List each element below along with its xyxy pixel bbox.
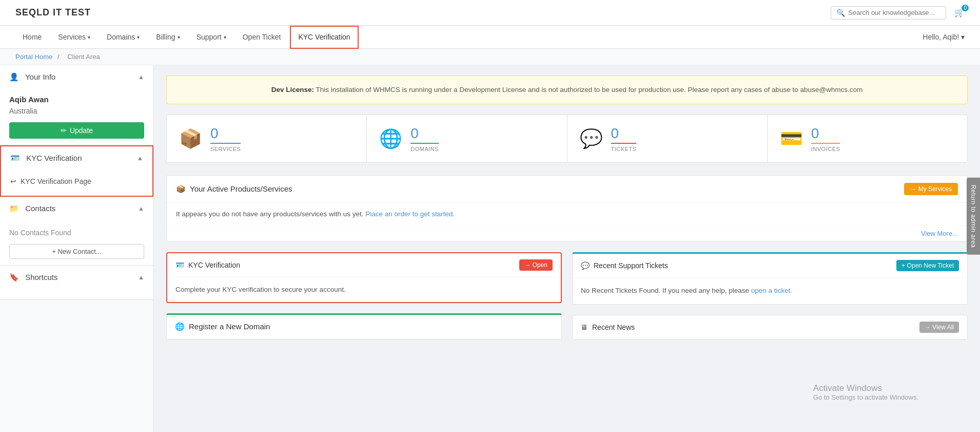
user-name: Aqib Awan: [9, 95, 144, 104]
nav-domains-arrow: ▾: [137, 34, 140, 40]
stats-row: 📦 0 SERVICES 🌐 0 DOMAINS 💬 0 TICKETS: [166, 115, 968, 163]
dev-notice-text: This installation of WHMCS is running un…: [316, 86, 863, 93]
recent-news-title: 🖥 Recent News: [581, 323, 635, 331]
place-order-link[interactable]: Place an order to get started.: [365, 210, 455, 218]
sidebar-contacts-title: Contacts: [25, 204, 55, 213]
stat-services[interactable]: 📦 0 SERVICES: [167, 115, 367, 162]
tickets-count: 0: [611, 125, 637, 142]
support-tickets-card: 💬 Recent Support Tickets + Open New Tick…: [572, 252, 968, 305]
tickets-label: TICKETS: [611, 143, 637, 152]
nav-billing[interactable]: Billing ▾: [149, 26, 187, 49]
domains-label: DOMAINS: [410, 143, 439, 152]
nav: Home Services ▾ Domains ▾ Billing ▾ Supp…: [0, 26, 980, 49]
no-products-text: It appears you do not have any products/…: [176, 210, 363, 218]
kyc-sub-icon: ↩: [10, 177, 16, 185]
breadcrumb-current: Client Area: [67, 53, 100, 61]
edit-icon: ✏: [61, 126, 67, 135]
stat-tickets[interactable]: 💬 0 TICKETS: [567, 115, 768, 162]
search-icon: 🔍: [836, 9, 845, 17]
breadcrumb: Portal Home / Client Area: [0, 49, 980, 65]
register-domain-title: Register a New Domain: [189, 322, 270, 331]
kyc-verification-page-link[interactable]: ↩ KYC Verification Page: [10, 174, 143, 189]
kyc-card-body: Complete your KYC verification to secure…: [167, 277, 561, 302]
shortcuts-chevron: ▲: [138, 274, 144, 281]
main-layout: 👤 Your Info ▲ Aqib Awan Australia ✏ Upda…: [0, 65, 980, 432]
cart-badge: 0: [962, 5, 969, 11]
search-input[interactable]: [848, 9, 940, 16]
tickets-col: 💬 Recent Support Tickets + Open New Tick…: [572, 252, 968, 350]
sidebar-kyc-title: KYC Verification: [26, 154, 82, 162]
new-contact-button[interactable]: + New Contact...: [9, 244, 144, 259]
support-tickets-header: 💬 Recent Support Tickets + Open New Tick…: [573, 254, 967, 278]
register-domain-icon: 🌐: [175, 322, 185, 331]
recent-news-card: 🖥 Recent News → View All: [572, 315, 968, 340]
sidebar-shortcuts-header[interactable]: 🔖 Shortcuts ▲: [0, 266, 153, 289]
sidebar-shortcuts-body: [0, 289, 153, 299]
invoices-count: 0: [811, 125, 840, 142]
nav-support-arrow: ▾: [224, 34, 226, 40]
stat-invoices[interactable]: 💳 0 INVOICES: [768, 115, 967, 162]
nav-support[interactable]: Support ▾: [189, 26, 233, 49]
nav-home[interactable]: Home: [15, 26, 49, 49]
view-all-news-button[interactable]: → View All: [919, 322, 959, 333]
my-services-button[interactable]: → My Services: [904, 183, 958, 195]
kyc-verification-card: 🪪 KYC Verification → Open Complete your …: [166, 252, 562, 303]
open-new-ticket-button[interactable]: + Open New Ticket: [896, 260, 959, 271]
active-products-body: It appears you do not have any products/…: [167, 203, 967, 225]
no-contacts-text: No Contacts Found: [9, 227, 144, 239]
site-logo: SEQLD IT TEST: [15, 7, 91, 18]
nav-domains[interactable]: Domains ▾: [100, 26, 147, 49]
dev-license-notice: Dev License: This installation of WHMCS …: [166, 76, 968, 104]
return-to-admin[interactable]: Return to admin area: [967, 177, 980, 255]
two-col-section: 🪪 KYC Verification → Open Complete your …: [166, 252, 968, 350]
services-count: 0: [210, 125, 241, 142]
kyc-col: 🪪 KYC Verification → Open Complete your …: [166, 252, 562, 350]
nav-kyc-verification[interactable]: KYC Verification: [290, 26, 358, 49]
sidebar-kyc-section: 🪪 KYC Verification ▲ ↩ KYC Verification …: [0, 145, 153, 197]
services-label: SERVICES: [210, 143, 241, 152]
stat-domains[interactable]: 🌐 0 DOMAINS: [367, 115, 567, 162]
breadcrumb-portal-home[interactable]: Portal Home: [15, 53, 52, 61]
dev-notice-bold: Dev License:: [271, 86, 314, 93]
sidebar-shortcuts-title: Shortcuts: [25, 273, 57, 281]
nav-left: Home Services ▾ Domains ▾ Billing ▾ Supp…: [15, 26, 359, 49]
open-ticket-link[interactable]: open a ticket.: [751, 287, 792, 294]
sidebar-your-info-header[interactable]: 👤 Your Info ▲: [0, 65, 153, 89]
kyc-card-header: 🪪 KYC Verification → Open: [167, 253, 561, 277]
nav-services[interactable]: Services ▾: [51, 26, 97, 49]
domains-count: 0: [410, 125, 439, 142]
view-more-link[interactable]: View More...: [167, 225, 967, 241]
tickets-stat-icon: 💬: [580, 128, 603, 149]
register-domain-header: 🌐 Register a New Domain: [167, 315, 561, 339]
top-bar: SEQLD IT TEST 🔍 🛒 0: [0, 0, 980, 26]
search-bar[interactable]: 🔍: [831, 6, 946, 20]
contacts-icon: 📁: [9, 204, 19, 213]
active-products-header: 📦 Your Active Products/Services → My Ser…: [167, 176, 967, 203]
your-info-chevron: ▲: [138, 73, 144, 81]
top-bar-right: 🔍 🛒 0: [831, 6, 965, 20]
breadcrumb-separator: /: [57, 53, 60, 61]
cart-icon[interactable]: 🛒 0: [954, 8, 965, 17]
support-tickets-title: 💬 Recent Support Tickets: [581, 261, 668, 270]
services-stat-icon: 📦: [179, 128, 202, 149]
register-domain-card: 🌐 Register a New Domain: [166, 313, 562, 340]
sidebar-your-info-body: Aqib Awan Australia ✏ Update: [0, 89, 153, 145]
user-icon: 👤: [9, 72, 19, 81]
kyc-sidebar-icon: 🪪: [10, 154, 20, 162]
update-button[interactable]: ✏ Update: [9, 122, 144, 139]
domains-stat-icon: 🌐: [379, 128, 402, 149]
nav-user[interactable]: Hello, Aqib! ▾: [923, 33, 965, 41]
sidebar-your-info-title: Your Info: [25, 72, 56, 81]
invoices-stat-icon: 💳: [780, 128, 803, 149]
kyc-open-button[interactable]: → Open: [519, 259, 553, 271]
support-tickets-body: No Recent Tickets Found. If you need any…: [573, 278, 967, 304]
sidebar-kyc-header[interactable]: 🪪 KYC Verification ▲: [1, 146, 152, 170]
sidebar-contacts-header[interactable]: 📁 Contacts ▲: [0, 197, 153, 220]
active-products-title: 📦 Your Active Products/Services: [176, 184, 292, 194]
recent-news-header: 🖥 Recent News → View All: [573, 315, 967, 340]
sidebar-contacts-body: No Contacts Found + New Contact...: [0, 220, 153, 265]
support-tickets-icon: 💬: [581, 261, 590, 270]
kyc-card-title: 🪪 KYC Verification: [175, 261, 240, 269]
sidebar: 👤 Your Info ▲ Aqib Awan Australia ✏ Upda…: [0, 65, 154, 432]
nav-open-ticket[interactable]: Open Ticket: [236, 26, 288, 49]
